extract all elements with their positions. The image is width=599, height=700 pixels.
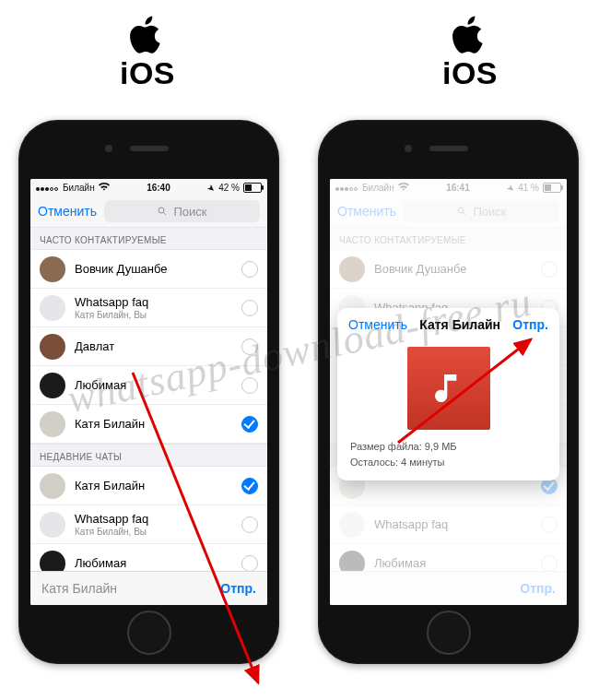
contact-name: Давлат xyxy=(75,339,241,353)
contact-name: Любимая xyxy=(374,556,541,570)
status-bar: Билайн 16:41 ➤ 41 % xyxy=(330,179,567,196)
contact-name: Вовчик Душанбе xyxy=(374,262,541,276)
section-recent: НЕДАВНИЕ ЧАТЫ xyxy=(30,444,267,467)
platform-label-left: iOS xyxy=(101,13,194,91)
avatar xyxy=(40,295,65,321)
select-radio[interactable] xyxy=(541,261,558,278)
search-icon xyxy=(157,206,168,217)
contact-name: Whatsapp faq xyxy=(374,517,541,531)
send-button[interactable]: Отпр. xyxy=(520,581,556,596)
section-frequent: ЧАСТО КОНТАКТИРУЕМЫЕ xyxy=(30,227,267,250)
avatar xyxy=(339,512,365,538)
contact-row[interactable]: Любимая xyxy=(30,544,267,572)
search-input[interactable]: Поиск xyxy=(104,200,260,222)
avatar xyxy=(40,334,65,360)
screen-right: Билайн 16:41 ➤ 41 % Отменить Поиск ЧАСТО… xyxy=(330,179,567,605)
cancel-button[interactable]: Отменить xyxy=(38,204,97,219)
select-radio[interactable] xyxy=(241,300,258,316)
screen-left: Билайн 16:40 ➤ 42 % Отменить Поиск ЧАСТО… xyxy=(30,179,267,605)
svg-point-0 xyxy=(159,208,164,213)
search-icon xyxy=(456,206,467,217)
contact-name: Любимая xyxy=(75,556,241,570)
contact-subtext: Катя Билайн, Вы xyxy=(75,527,241,537)
contact-name: Любимая xyxy=(75,378,241,392)
header-bar: Отменить Поиск xyxy=(30,196,267,228)
avatar xyxy=(40,373,65,398)
select-radio[interactable] xyxy=(541,516,558,533)
contact-subtext: Катя Билайн, Вы xyxy=(75,310,241,320)
cancel-button[interactable]: Отменить xyxy=(337,204,396,219)
home-button[interactable] xyxy=(127,611,171,655)
carrier-label: Билайн xyxy=(362,183,394,193)
avatar xyxy=(40,256,65,282)
carrier-label: Билайн xyxy=(63,183,95,193)
music-note-icon xyxy=(430,370,467,407)
location-icon: ➤ xyxy=(206,181,217,194)
apple-logo-icon xyxy=(450,13,490,57)
svg-point-3 xyxy=(458,208,464,213)
contact-name: Катя Билайн xyxy=(75,417,241,431)
apple-logo-icon xyxy=(127,13,168,57)
wifi-icon xyxy=(99,183,110,193)
modal-title: Катя Билайн xyxy=(419,317,500,332)
header-bar: Отменить Поиск xyxy=(330,196,567,228)
battery-pct: 42 % xyxy=(218,183,240,193)
contact-row[interactable]: Катя Билайн xyxy=(30,467,267,505)
battery-pct: 41 % xyxy=(518,183,539,193)
select-radio[interactable] xyxy=(241,377,258,394)
select-radio[interactable] xyxy=(241,516,258,533)
select-radio[interactable] xyxy=(541,555,558,572)
contact-name: Катя Билайн xyxy=(75,479,241,492)
clock: 16:41 xyxy=(409,183,508,193)
avatar xyxy=(40,512,65,538)
modal-send-button[interactable]: Отпр. xyxy=(512,317,548,332)
footer-bar: Катя Билайн Отпр. xyxy=(30,571,267,605)
avatar xyxy=(40,411,65,437)
file-thumbnail xyxy=(407,347,490,430)
contact-row[interactable]: Любимая xyxy=(30,366,267,405)
phone-left: Билайн 16:40 ➤ 42 % Отменить Поиск ЧАСТО… xyxy=(18,120,279,664)
share-modal: Отменить Катя Билайн Отпр. Размер файла:… xyxy=(337,308,559,481)
contact-row[interactable]: Whatsapp faqКатя Билайн, Вы xyxy=(30,505,267,544)
footer-bar: Отпр. xyxy=(330,571,567,605)
wifi-icon xyxy=(398,183,409,193)
contact-row[interactable]: Давлат xyxy=(30,327,267,366)
home-button[interactable] xyxy=(427,611,471,655)
file-remain-label: Осталось: 4 минуты xyxy=(350,455,546,470)
contact-name: Whatsapp faq xyxy=(75,512,241,526)
select-radio[interactable] xyxy=(241,478,258,494)
contact-row[interactable]: Вовчик Душанбе xyxy=(30,250,267,289)
select-radio[interactable] xyxy=(241,261,258,278)
modal-cancel-button[interactable]: Отменить xyxy=(348,317,407,332)
file-size-label: Размер файла: 9,9 МБ xyxy=(350,439,546,455)
platform-label-right: iOS xyxy=(424,13,516,91)
avatar xyxy=(40,551,65,573)
clock: 16:40 xyxy=(110,183,208,193)
svg-line-1 xyxy=(164,213,167,216)
phone-right: Билайн 16:41 ➤ 41 % Отменить Поиск ЧАСТО… xyxy=(318,120,579,664)
avatar xyxy=(339,551,365,573)
status-bar: Билайн 16:40 ➤ 42 % xyxy=(30,179,267,196)
contact-row[interactable]: Whatsapp faqКатя Билайн, Вы xyxy=(30,289,267,327)
battery-icon xyxy=(543,183,561,193)
contact-row[interactable]: Whatsapp faq xyxy=(330,505,567,544)
avatar xyxy=(339,256,365,282)
contact-name: Вовчик Душанбе xyxy=(75,262,241,276)
avatar xyxy=(40,473,65,499)
search-input[interactable]: Поиск xyxy=(404,200,559,222)
battery-icon xyxy=(243,183,262,193)
contact-row[interactable]: Любимая xyxy=(330,544,567,572)
select-radio[interactable] xyxy=(241,416,258,433)
contact-row[interactable]: Вовчик Душанбе xyxy=(330,250,567,289)
send-button[interactable]: Отпр. xyxy=(220,581,256,596)
select-radio[interactable] xyxy=(241,338,258,355)
section-frequent: ЧАСТО КОНТАКТИРУЕМЫЕ xyxy=(330,227,567,250)
location-icon: ➤ xyxy=(505,181,517,194)
selected-label: Катя Билайн xyxy=(41,581,117,596)
contact-name: Whatsapp faq xyxy=(75,295,241,309)
contact-row[interactable]: Катя Билайн xyxy=(30,405,267,444)
select-radio[interactable] xyxy=(241,555,258,572)
svg-line-4 xyxy=(464,213,466,216)
